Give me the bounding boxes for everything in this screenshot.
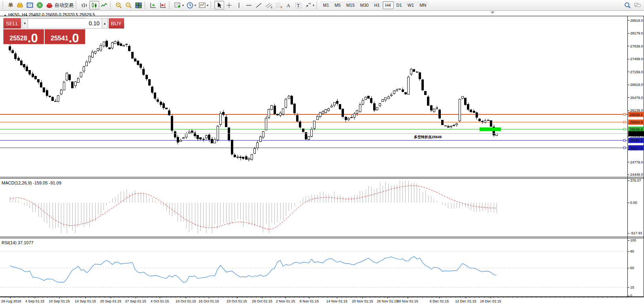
- time-axis-label[interactable]: 14 Nov 01:15: [326, 299, 347, 303]
- timeframe-m15-button[interactable]: M15: [344, 1, 357, 9]
- candles: [9, 40, 498, 162]
- chevron-down-icon[interactable]: ▾: [195, 4, 196, 7]
- periods-button[interactable]: ▾: [185, 1, 197, 10]
- signals-button[interactable]: [35, 1, 45, 10]
- buy-price-display[interactable]: 25541.0: [44, 29, 85, 44]
- crosshair-button[interactable]: [224, 1, 234, 10]
- hline-25834.0[interactable]: 25834.0: [0, 120, 644, 125]
- time-axis-label[interactable]: 2 Nov 01:15: [276, 299, 295, 303]
- timeframe-m30-button[interactable]: M30: [357, 1, 371, 9]
- hline-25649.4[interactable]: 25649.4: [0, 127, 644, 132]
- bar-chart-button[interactable]: [79, 1, 89, 10]
- time-axis-label[interactable]: 18 Dec 01:15: [480, 299, 501, 303]
- hline-price-text: 25157.3: [630, 146, 643, 150]
- time-axis-label[interactable]: 8 Nov 01:15: [300, 299, 319, 303]
- cursor-button[interactable]: [214, 1, 224, 10]
- toolbar-group-handle[interactable]: [110, 2, 113, 9]
- timeframe-m1-button[interactable]: M1: [320, 1, 332, 9]
- rsi-pane: 1008050150: [0, 238, 636, 298]
- trendline-button[interactable]: [254, 1, 264, 10]
- time-axis-label[interactable]: 20 Nov 01:15: [352, 299, 373, 303]
- time-axis-label[interactable]: 14 Sep 01:15: [75, 299, 96, 303]
- time-axis-label[interactable]: 16 Oct 01:15: [198, 299, 219, 303]
- chevron-down-icon[interactable]: ▾: [182, 4, 184, 7]
- new-order-button[interactable]: 单: [6, 1, 15, 10]
- timeframe-h1-button[interactable]: H1: [371, 1, 382, 9]
- volume-input[interactable]: [28, 18, 102, 28]
- toolbar-group-handle[interactable]: [210, 2, 213, 9]
- time-axis-label[interactable]: 6 Dec 01:15: [430, 299, 449, 303]
- crosshair-icon: [225, 2, 233, 9]
- time-axis-label[interactable]: 4 Oct 01:15: [151, 299, 169, 303]
- market-watch-icon: [16, 2, 24, 9]
- time-axis-label[interactable]: 12 Dec 01:15: [455, 299, 476, 303]
- zoom-out-button[interactable]: [124, 1, 134, 10]
- timeframe-d1-button[interactable]: D1: [394, 1, 405, 9]
- chart-shift-marker[interactable]: [491, 11, 495, 14]
- time-axis-label[interactable]: 10 Oct 01:15: [176, 299, 196, 303]
- timeframe-m5-button[interactable]: M5: [332, 1, 343, 9]
- chat-button[interactable]: [633, 1, 642, 10]
- text-icon: A: [285, 2, 292, 9]
- fibonacci-button[interactable]: F: [274, 1, 283, 10]
- market-watch-button[interactable]: [15, 1, 25, 10]
- hline-price-text: 25352.1: [630, 139, 643, 142]
- time-axis-label[interactable]: 26 Nov 01:15: [377, 299, 398, 303]
- charts-button[interactable]: [25, 1, 35, 10]
- toolbar-group-handle[interactable]: [316, 2, 319, 9]
- chart-canvas[interactable]: 28519.028179.027839.027499.027159.026819…: [0, 11, 644, 304]
- templates-button[interactable]: ▾: [197, 1, 210, 10]
- sell-button[interactable]: SELL: [4, 18, 21, 28]
- chevron-down-icon[interactable]: ▾: [313, 4, 314, 7]
- time-axis-label[interactable]: 29 Oct 01:15: [252, 299, 272, 303]
- toolbar-group-handle[interactable]: [169, 2, 172, 9]
- text-label-button[interactable]: T: [293, 1, 303, 10]
- volume-decrease-button[interactable]: ▼: [22, 18, 28, 28]
- time-axis-label[interactable]: 27 Sep 01:15: [125, 299, 146, 303]
- shapes-button[interactable]: ▾: [303, 1, 315, 10]
- time-axis-label[interactable]: 4 Sep 01:15: [25, 299, 45, 303]
- horizontal-line-button[interactable]: [244, 1, 254, 10]
- auto-scroll-button[interactable]: [148, 1, 158, 10]
- indicators-button[interactable]: ▾: [173, 1, 185, 10]
- time-axis-label[interactable]: 29 Aug 2018: [1, 299, 21, 303]
- annotation-text[interactable]: 多空转折点25649: [414, 135, 442, 139]
- toolbar-group-handle[interactable]: [144, 2, 147, 9]
- zoom-in-button[interactable]: [114, 1, 124, 10]
- candlestick-chart-button[interactable]: [89, 1, 99, 10]
- svg-text:F: F: [281, 6, 282, 9]
- rsi-line: [10, 256, 497, 283]
- toolbar-group-handle[interactable]: [2, 2, 5, 9]
- annotation-highlight-bar[interactable]: [480, 127, 501, 131]
- buy-button[interactable]: BUY: [109, 18, 124, 28]
- auto-trading-button[interactable]: 自动交易: [45, 1, 75, 10]
- time-axis-label[interactable]: 30 Nov 01:15: [397, 299, 418, 303]
- chart-title: ▲HK50-,H4 25492.0 25655.0 25370.5 25529.…: [4, 12, 95, 17]
- time-axis-label[interactable]: 23 Oct 01:15: [227, 299, 247, 303]
- time-axis-label[interactable]: 10 Sep 01:15: [49, 299, 70, 303]
- rsi-tick-label: 15: [630, 285, 634, 289]
- chevron-down-icon[interactable]: ▾: [207, 4, 208, 7]
- timeframe-mn-button[interactable]: MN: [417, 1, 429, 9]
- chart-shift-button[interactable]: [158, 1, 168, 10]
- price-tick-label: 27499.0: [630, 57, 643, 61]
- hline-25157.3[interactable]: 25157.3: [0, 145, 644, 150]
- vertical-line-button[interactable]: [234, 1, 244, 10]
- timeframe-w1-button[interactable]: W1: [405, 1, 417, 9]
- line-chart-button[interactable]: [99, 1, 109, 10]
- search-button[interactable]: [623, 1, 633, 10]
- symbol-collapse-icon[interactable]: ▲: [4, 13, 7, 17]
- toolbar-group-handle[interactable]: [76, 2, 78, 9]
- text-button[interactable]: A: [283, 1, 293, 10]
- signals-icon: [36, 2, 43, 9]
- equidistant-channel-button[interactable]: E: [264, 1, 274, 10]
- price-axis: 28519.028179.027839.027499.027159.026819…: [627, 19, 643, 177]
- timeframe-h4-button[interactable]: H4: [383, 1, 394, 9]
- price-tick-label: 26819.0: [630, 83, 643, 87]
- volume-increase-button[interactable]: ▲: [102, 18, 108, 28]
- hline-25352.1[interactable]: 25352.1: [0, 138, 644, 143]
- price-tick-label: 24449.0: [630, 173, 643, 177]
- time-axis-label[interactable]: 20 Sep 01:15: [100, 299, 121, 303]
- sell-price-display[interactable]: 25528.0: [4, 29, 44, 44]
- tile-windows-button[interactable]: [134, 1, 144, 10]
